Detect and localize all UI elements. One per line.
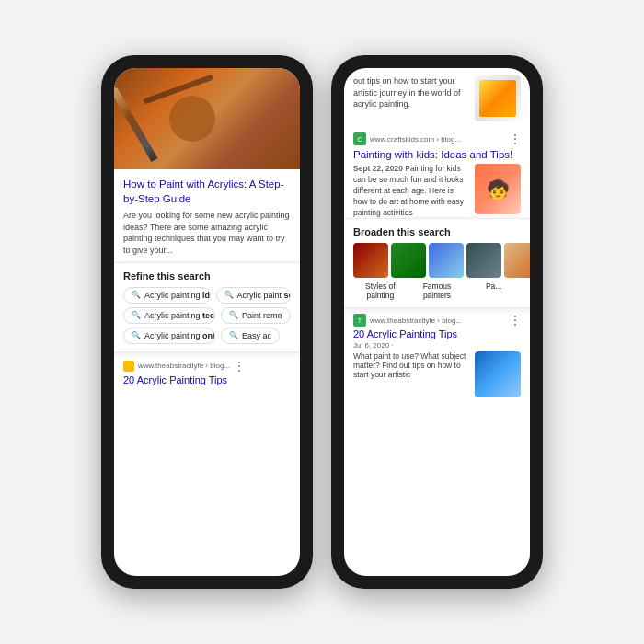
search-icon: 🔍: [224, 291, 234, 299]
more-options-icon[interactable]: ⋮: [234, 360, 245, 373]
right-bottom-favicon: T: [353, 314, 366, 327]
chip-ideas[interactable]: 🔍 Acrylic painting ideas: [123, 287, 211, 304]
right-bottom-more[interactable]: ⋮: [510, 314, 521, 327]
left-screen-content: How to Paint with Acrylics: A Step-by-St…: [114, 68, 300, 576]
chips-row-1: 🔍 Acrylic painting ideas 🔍 Acrylic paint…: [123, 287, 291, 304]
search-icon: 🔍: [229, 311, 238, 319]
left-phone: How to Paint with Acrylics: A Step-by-St…: [101, 55, 313, 589]
search-icon: 🔍: [132, 291, 141, 299]
right-bottom-source-bar: T www.theabstractlyfe › blog... ⋮: [353, 314, 521, 327]
source-favicon: [123, 361, 134, 372]
kids-more-options[interactable]: ⋮: [510, 132, 521, 145]
right-screen: out tips on how to start your artistic j…: [344, 68, 530, 576]
kids-date: Sept 22, 2020: [353, 164, 403, 173]
refine-title: Refine this search: [123, 270, 291, 282]
search-icon: 🔍: [132, 311, 141, 319]
kids-source-url: www.craftskids.com › blog...: [370, 135, 461, 144]
right-bottom-date: Jul 6, 2020 ·: [353, 341, 521, 350]
article-description: Are you looking for some new acrylic pai…: [114, 210, 300, 261]
chip-online-courses[interactable]: 🔍 Acrylic painting online courses: [123, 328, 215, 344]
search-icon: 🔍: [229, 331, 238, 339]
top-snippet-row: out tips on how to start your artistic j…: [353, 75, 521, 121]
broaden-image-2[interactable]: [391, 243, 426, 278]
broaden-image-4[interactable]: [466, 243, 501, 278]
right-screen-content: out tips on how to start your artistic j…: [344, 68, 530, 576]
right-bottom-article-title[interactable]: 20 Acrylic Painting Tips: [353, 328, 521, 339]
chip-easy[interactable]: 🔍 Easy ac: [221, 328, 280, 344]
right-bottom-desc: What paint to use? What subject matter? …: [353, 351, 521, 397]
kids-desc-text: Sept 22, 2020 Painting for kids can be s…: [353, 164, 469, 218]
broaden-section: Broaden this search Styles of painting F…: [344, 218, 530, 307]
right-bottom-article: T www.theabstractlyfe › blog... ⋮ 20 Acr…: [344, 307, 530, 576]
refine-section: Refine this search 🔍 Acrylic painting id…: [114, 262, 300, 351]
chip-techniques[interactable]: 🔍 Acrylic painting techniques: [123, 307, 215, 324]
right-phone: out tips on how to start your artistic j…: [331, 55, 543, 589]
bottom-source-row: www.theabstractlyfe › blog... ⋮: [123, 360, 291, 373]
chip-paint-remove[interactable]: 🔍 Paint remo: [221, 307, 291, 324]
article-title[interactable]: How to Paint with Acrylics: A Step-by-St…: [114, 169, 300, 210]
broaden-image-1[interactable]: [353, 243, 388, 278]
broaden-labels: Styles of painting Famous painters Pa...: [353, 282, 521, 300]
kids-source-bar: C www.craftskids.com › blog... ⋮: [344, 129, 530, 149]
left-screen: How to Paint with Acrylics: A Step-by-St…: [114, 68, 300, 576]
search-icon: 🔍: [132, 331, 141, 339]
broaden-images: [353, 243, 521, 278]
right-bottom-desc-text: What paint to use? What subject matter? …: [353, 351, 469, 397]
chip-sets[interactable]: 🔍 Acrylic paint sets: [216, 287, 292, 304]
right-bottom-url: www.theabstractlyfe › blog...: [370, 316, 462, 325]
broaden-label-more[interactable]: Pa...: [466, 282, 521, 300]
top-snippet-thumbnail: [475, 75, 521, 121]
broaden-label-styles[interactable]: Styles of painting: [353, 282, 408, 300]
kids-article-desc: Sept 22, 2020 Painting for kids can be s…: [344, 164, 530, 218]
top-snippet: out tips on how to start your artistic j…: [344, 68, 530, 129]
right-bottom-source-info: T www.theabstractlyfe › blog...: [353, 314, 462, 327]
chips-row-3: 🔍 Acrylic painting online courses 🔍 Easy…: [123, 328, 291, 344]
broaden-title: Broaden this search: [353, 226, 521, 237]
search-chips: 🔍 Acrylic painting ideas 🔍 Acrylic paint…: [123, 287, 291, 344]
broaden-label-famous[interactable]: Famous painters: [410, 282, 465, 300]
bottom-source-url: www.theabstractlyfe › blog...: [138, 362, 230, 370]
right-bottom-thumbnail: [475, 351, 521, 397]
bottom-article: www.theabstractlyfe › blog... ⋮ 20 Acryl…: [114, 351, 300, 393]
kids-thumbnail: [475, 164, 521, 214]
bottom-article-title[interactable]: 20 Acrylic Painting Tips: [123, 374, 291, 385]
kids-favicon: C: [353, 132, 366, 145]
kids-source-info: C www.craftskids.com › blog...: [353, 132, 461, 145]
top-snippet-text: out tips on how to start your artistic j…: [353, 75, 469, 110]
broaden-image-5[interactable]: [504, 243, 530, 278]
brush-decoration: [114, 86, 157, 162]
phones-container: How to Paint with Acrylics: A Step-by-St…: [101, 55, 543, 589]
kids-article-title[interactable]: Painting with kids: Ideas and Tips!: [344, 149, 530, 164]
article-hero-image: [114, 68, 300, 169]
broaden-image-3[interactable]: [429, 243, 464, 278]
chips-row-2: 🔍 Acrylic painting techniques 🔍 Paint re…: [123, 307, 291, 324]
